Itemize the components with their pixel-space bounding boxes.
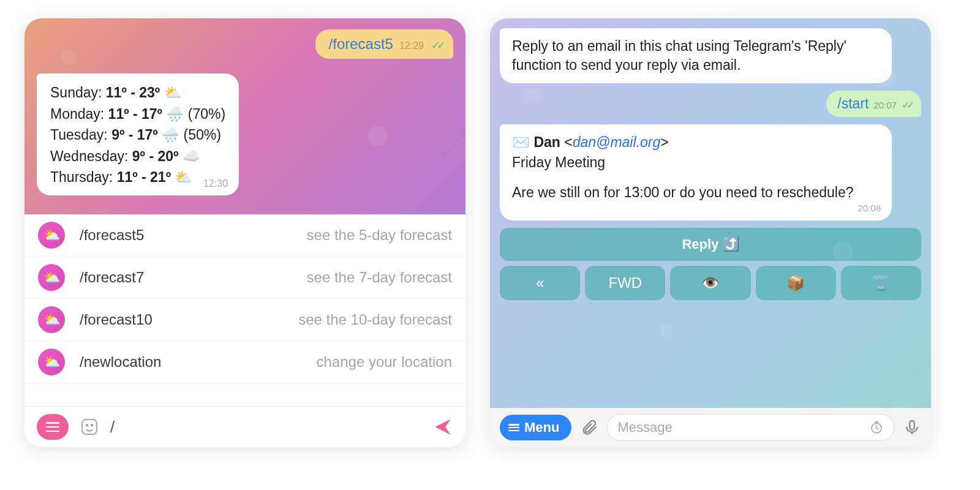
forecast-time: 12:30 <box>203 178 228 189</box>
reply-button[interactable]: Reply ⤴️ <box>500 228 921 261</box>
forecast-line: Thursday: 11º - 21º ⛅ <box>50 167 225 188</box>
archive-button[interactable]: 📦 <box>756 266 836 300</box>
svg-rect-0 <box>82 420 97 434</box>
message-input[interactable]: Message <box>607 414 894 441</box>
suggestion-command: /forecast5 <box>80 227 202 244</box>
read-checks-icon: ✓✓ <box>902 99 911 111</box>
command-suggestion[interactable]: ⛅ /forecast7 see the 7-day forecast <box>24 257 466 299</box>
cloud-icon: ⛅ <box>38 306 65 333</box>
suggestion-command: /forecast10 <box>80 311 202 328</box>
view-button[interactable]: 👁️ <box>670 266 750 300</box>
forecast-line: Sunday: 11º - 23º ⛅ <box>50 82 225 104</box>
outgoing-command: /forecast5 <box>329 36 393 53</box>
input-bar: / <box>24 406 466 447</box>
forecast-line: Tuesday: 9º - 17º 🌧️ (50%) <box>50 124 225 146</box>
input-bar: Menu Message <box>490 408 931 447</box>
email-from: ✉️ Dan <dan@mail.org> <box>512 133 880 152</box>
outgoing-time: 12:29 <box>399 40 424 51</box>
back-button[interactable]: « <box>500 266 580 300</box>
command-suggestion[interactable]: ⛅ /forecast10 see the 10-day forecast <box>24 299 466 341</box>
command-suggestion[interactable]: ⛅ /forecast5 see the 5-day forecast <box>24 214 466 257</box>
outgoing-message[interactable]: /forecast5 12:29 ✓✓ <box>315 29 453 59</box>
weather-bot-panel: /forecast5 12:29 ✓✓ Sunday: 11º - 23º ⛅ … <box>24 18 466 447</box>
forecast-message[interactable]: Sunday: 11º - 23º ⛅ Monday: 11º - 17º 🌧️… <box>37 74 239 195</box>
menu-label: Menu <box>524 420 559 435</box>
outgoing-message[interactable]: /start 20:07 ✓✓ <box>826 91 921 117</box>
cloud-icon: ⛅ <box>38 349 65 375</box>
inline-keyboard: Reply ⤴️ «FWD👁️📦🗑️ <box>500 228 921 300</box>
email-body: Are we still on for 13:00 or do you need… <box>512 183 880 202</box>
message-placeholder: Message <box>617 420 672 435</box>
suggestion-description: change your location <box>217 353 452 371</box>
suggestion-description: see the 5-day forecast <box>217 227 452 244</box>
command-suggestions: ⛅ /forecast5 see the 5-day forecast ⛅ /f… <box>24 214 466 406</box>
svg-point-2 <box>91 424 93 426</box>
outgoing-command: /start <box>837 96 869 112</box>
email-subject: Friday Meeting <box>512 153 880 172</box>
command-suggestion[interactable]: ⛅ /newlocation change your location <box>24 341 466 383</box>
cloud-icon: ⛅ <box>38 222 65 249</box>
suggestion-description: see the 10-day forecast <box>217 311 452 328</box>
suggestion-command: /forecast7 <box>80 269 202 286</box>
forecast-line: Monday: 11º - 17º 🌧️ (70%) <box>50 104 225 125</box>
svg-rect-4 <box>910 421 914 430</box>
send-icon[interactable] <box>432 417 453 437</box>
timer-icon[interactable] <box>869 420 884 435</box>
forecast-line: Wednesday: 9º - 20º ☁️ <box>50 146 225 167</box>
cloud-icon: ⛅ <box>38 264 65 291</box>
attach-icon[interactable] <box>580 418 598 437</box>
svg-point-1 <box>86 424 88 426</box>
outgoing-time: 20:07 <box>873 100 897 110</box>
email-from-name: Dan <box>533 134 560 150</box>
fwd-button[interactable]: FWD <box>585 266 665 300</box>
instruction-text: Reply to an email in this chat using Tel… <box>512 38 846 73</box>
email-message[interactable]: ✉️ Dan <dan@mail.org> Friday Meeting Are… <box>500 124 892 221</box>
mic-icon[interactable] <box>903 418 921 437</box>
menu-button[interactable] <box>37 414 69 440</box>
hamburger-icon <box>46 422 59 432</box>
email-from-address: dan@mail.org <box>573 134 661 150</box>
chat-area[interactable]: Reply to an email in this chat using Tel… <box>490 18 931 408</box>
suggestion-command: /newlocation <box>80 353 202 371</box>
suggestion-description: see the 7-day forecast <box>217 269 452 286</box>
hamburger-icon <box>508 424 519 431</box>
message-input[interactable]: / <box>110 418 421 437</box>
chat-area[interactable]: /forecast5 12:29 ✓✓ Sunday: 11º - 23º ⛅ … <box>24 18 466 214</box>
read-checks-icon: ✓✓ <box>431 39 442 52</box>
email-time: 20:08 <box>858 202 881 214</box>
delete-button[interactable]: 🗑️ <box>841 266 921 300</box>
email-bot-panel: Reply to an email in this chat using Tel… <box>490 18 931 447</box>
menu-button[interactable]: Menu <box>500 415 571 440</box>
instruction-message[interactable]: Reply to an email in this chat using Tel… <box>500 28 892 83</box>
sticker-icon[interactable] <box>80 417 99 437</box>
envelope-icon: ✉️ <box>512 134 530 150</box>
